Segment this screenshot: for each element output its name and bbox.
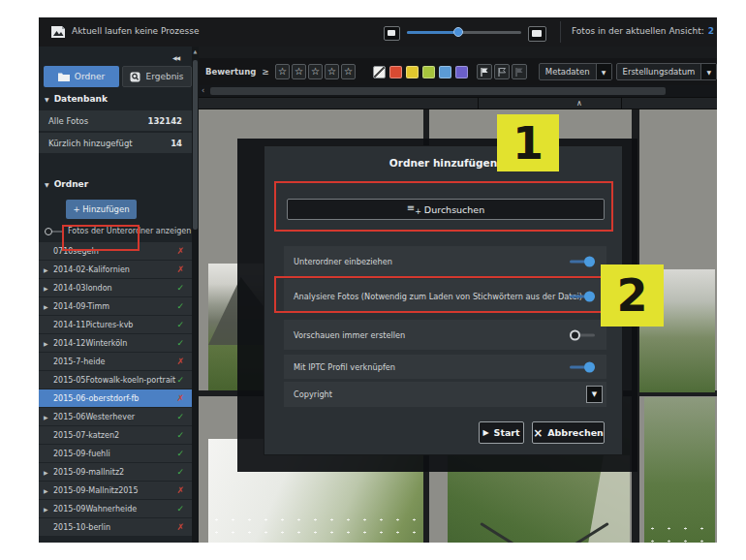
- collapse-sidebar-icon[interactable]: ◀◀: [172, 54, 179, 61]
- star-2-button[interactable]: ☆: [292, 64, 306, 79]
- tab-ergebnis[interactable]: Ergebnis: [122, 66, 192, 87]
- iptc-profile-dropdown[interactable]: Copyright ▼: [284, 382, 606, 407]
- photos-in-view: Fotos in der aktuellen Ansicht:2: [572, 26, 714, 36]
- star-4-button[interactable]: ☆: [325, 64, 339, 79]
- folder-row[interactable]: 2015-09-fuehli✓: [39, 445, 192, 462]
- color-label-filter: [373, 66, 468, 78]
- folder-row[interactable]: 2015-10-berlin✗: [39, 518, 192, 536]
- chevron-down-icon[interactable]: ▼: [700, 64, 716, 79]
- sort-date-dropdown[interactable]: Erstellungsdatum ▼: [616, 63, 717, 80]
- tab-label: Ergebnis: [145, 72, 183, 81]
- section-label: Datenbank: [54, 94, 108, 104]
- magazine-page: Aktuell laufen keine Prozesse Fotos in d…: [0, 0, 746, 560]
- section-label: Ordner: [54, 179, 88, 189]
- toggle-switch[interactable]: [570, 329, 595, 340]
- tab-label: Ordner: [75, 72, 105, 81]
- flag-unflagged-icon[interactable]: [494, 64, 510, 79]
- check-icon: ✓: [176, 375, 184, 385]
- folder-row[interactable]: ▶2015-09-Mallnitz2015✗: [39, 482, 192, 499]
- sidebar-scrollbar[interactable]: ▲: [192, 47, 199, 543]
- folder-row[interactable]: 2015-06-oberstdorf-fb✗: [39, 389, 192, 407]
- folder-row[interactable]: 2015-07-katzen2✓: [39, 426, 192, 444]
- expand-arrow-icon[interactable]: ▶: [44, 340, 53, 347]
- expand-arrow-icon[interactable]: ▶: [44, 469, 53, 476]
- add-folder-button[interactable]: + Hinzufügen: [66, 200, 137, 219]
- thumbnail-size-large-icon[interactable]: [528, 26, 546, 42]
- search-icon: [130, 72, 140, 82]
- scroll-left-icon[interactable]: ‹: [202, 86, 204, 95]
- group-header-bar[interactable]: ∧: [199, 97, 717, 109]
- toggle-switch[interactable]: [570, 361, 595, 372]
- star-1-button[interactable]: ☆: [275, 64, 290, 79]
- tab-ordner[interactable]: Ordner: [44, 66, 119, 87]
- folder-row[interactable]: ▶2014-02-Kalifornien✗: [39, 261, 192, 278]
- folder-row[interactable]: ▶2015-06Westerhever✓: [39, 408, 192, 425]
- flag-picked-icon[interactable]: [477, 64, 492, 79]
- subfolder-toggle[interactable]: [45, 228, 63, 235]
- expand-arrow-icon[interactable]: ▶: [44, 506, 53, 513]
- annotation-highlight-add-button: [62, 225, 140, 251]
- folder-name: 2015-09-fuehli: [53, 450, 176, 458]
- folder-name: 2015-09-mallnitz2: [53, 468, 176, 477]
- expand-arrow-icon[interactable]: ▶: [44, 303, 53, 310]
- expand-arrow-icon[interactable]: ▶: [44, 487, 53, 494]
- metadata-dropdown[interactable]: Metadaten ▼: [539, 63, 612, 80]
- section-header-datenbank[interactable]: ▼ Datenbank: [45, 94, 108, 104]
- chevron-down-icon[interactable]: ▼: [586, 386, 603, 403]
- scrollbar-thumb[interactable]: [210, 87, 666, 95]
- folder-name: 2015-05Fotowalk-koeln-portrait: [53, 376, 176, 385]
- color-filter-purple[interactable]: [455, 66, 468, 78]
- slider-knob[interactable]: [453, 27, 463, 37]
- cancel-button[interactable]: × Abbrechen: [532, 421, 605, 444]
- folder-row[interactable]: 2014-11Pictures-kvb✓: [39, 316, 192, 333]
- folder-row[interactable]: ▶2014-03london✓: [39, 279, 192, 296]
- color-filter-blue[interactable]: [439, 66, 451, 78]
- horizontal-scrollbar[interactable]: ‹: [199, 85, 717, 97]
- scrollbar-thumb[interactable]: [193, 60, 198, 230]
- expand-arrow-icon[interactable]: ▶: [44, 266, 53, 273]
- folder-row[interactable]: ▶2015-09-mallnitz2✓: [39, 463, 192, 481]
- sidebar-item-alle-fotos[interactable]: Alle Fotos 132142: [39, 110, 192, 131]
- thumbnail-size-small-icon[interactable]: [384, 26, 400, 41]
- cross-icon: ✗: [176, 357, 184, 366]
- folder-row[interactable]: 2015-7-heide✗: [39, 353, 192, 370]
- play-icon: ▶: [482, 428, 488, 437]
- annotation-highlight-browse: [274, 181, 613, 232]
- color-filter-yellow[interactable]: [406, 66, 419, 78]
- toggle-knob: [570, 329, 580, 340]
- photos-in-view-count: 2: [708, 26, 714, 36]
- toggle-knob: [584, 256, 595, 266]
- color-filter-green[interactable]: [422, 66, 435, 78]
- check-icon: ✓: [176, 412, 184, 421]
- folder-row[interactable]: ▶2015-09Wahnerheide✓: [39, 500, 192, 517]
- section-header-ordner[interactable]: ▼ Ordner: [45, 179, 88, 189]
- folder-row[interactable]: 2015-05Fotowalk-koeln-portrait✓: [39, 371, 192, 389]
- folder-row[interactable]: ▶2014-09-Timm✓: [39, 297, 192, 315]
- option-label: Mit IPTC Profil verknüpfen: [294, 362, 395, 372]
- collapse-group-icon[interactable]: ∧: [576, 99, 582, 108]
- chevron-down-icon[interactable]: ▼: [596, 64, 611, 79]
- folder-name: 2015-06-oberstdorf-fb: [53, 394, 176, 403]
- photo-thumbnail[interactable]: [644, 397, 715, 543]
- toggle-switch[interactable]: [570, 256, 595, 266]
- folder-name: 2014-11Pictures-kvb: [53, 321, 176, 329]
- expand-arrow-icon[interactable]: ▶: [44, 285, 53, 292]
- sidebar-item-kuerzlich[interactable]: Kürzlich hinzugefügt 14: [39, 133, 192, 153]
- star-3-button[interactable]: ☆: [308, 64, 323, 79]
- cross-icon: ✗: [176, 264, 184, 274]
- scroll-up-icon[interactable]: ▲: [192, 48, 199, 54]
- dialog-option-row: Vorschauen immer erstellen: [284, 320, 606, 350]
- folder-name: 2014-02-Kalifornien: [53, 265, 176, 274]
- color-filter-none[interactable]: [373, 66, 386, 78]
- folder-row[interactable]: ▶2014-12Winterköln✓: [39, 334, 192, 352]
- start-button[interactable]: ▶ Start: [479, 421, 524, 444]
- expand-arrow-icon[interactable]: ▶: [44, 414, 53, 420]
- dropdown-value: Copyright: [294, 389, 332, 399]
- check-icon: ✓: [176, 504, 184, 513]
- flag-rejected-icon[interactable]: [512, 64, 527, 79]
- thumbnail-size-slider[interactable]: [407, 31, 521, 34]
- color-filter-red[interactable]: [389, 66, 402, 78]
- star-5-button[interactable]: ☆: [341, 64, 356, 79]
- sidebar: ◀◀ ▲ Ordner Ergebnis ▼ Datenbank Alle Fo…: [39, 47, 199, 543]
- rating-label: Bewertung: [205, 67, 256, 77]
